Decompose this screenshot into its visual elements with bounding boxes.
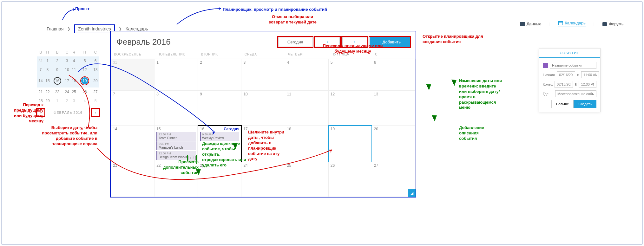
day-cell[interactable]: 25: [285, 162, 328, 197]
day-cell[interactable]: 8: [154, 91, 198, 126]
ann-mininav: Переход к предыдущему или будущему месяц…: [5, 102, 43, 124]
day-cell[interactable]: 21: [111, 162, 154, 197]
mini-today[interactable]: 16: [51, 74, 63, 87]
day-cell[interactable]: 15 12:30 PMTeam Dinner 6:30 PMManager's …: [154, 126, 198, 162]
event-panel: СОБЫТИЕ Начало в Конец в Где: [539, 48, 601, 112]
tab-forums[interactable]: Форумы: [602, 22, 624, 26]
ann-project: Проект: [75, 6, 89, 12]
day-cell-selected[interactable]: 19: [328, 126, 372, 162]
ann-viewmore: Просмотр дополнительных событий: [154, 159, 199, 176]
day-cell[interactable]: 4: [285, 59, 328, 91]
day-cell[interactable]: 18: [285, 126, 328, 162]
create-button[interactable]: Создать: [574, 100, 596, 108]
location-input[interactable]: [555, 90, 596, 97]
ann-adddesc: Добавление описания события: [459, 125, 497, 141]
day-cell[interactable]: 14: [111, 126, 154, 162]
ann-dblclick: Дважды щелкните событие, чтобы открыть, …: [202, 141, 248, 168]
event-item[interactable]: 6:30 PMManager's Lunch: [156, 141, 196, 150]
day-cell[interactable]: 31: [111, 59, 154, 91]
panel-tab-event[interactable]: СОБЫТИЕ: [539, 49, 600, 58]
day-cell[interactable]: 2: [198, 59, 241, 91]
calendar-title: Февраль 2016: [116, 37, 171, 47]
ann-pickdate: Выберите дату, чтобы просмотреть событие…: [36, 125, 97, 147]
day-cell[interactable]: 13: [372, 91, 415, 126]
start-time-input[interactable]: [581, 71, 599, 78]
day-cell[interactable]: 12: [328, 91, 372, 126]
day-cell[interactable]: 9: [198, 91, 241, 126]
mini-month-label: ФЕВРАЛЬ 2016: [54, 111, 82, 114]
day-cell[interactable]: 20: [372, 126, 415, 162]
ann-scheduler: Планировщик: просмотр и планирование соб…: [223, 7, 327, 12]
ann-changedt: Изменение даты или времени: введите или …: [459, 78, 503, 110]
day-cell[interactable]: 6: [372, 59, 415, 91]
data-icon: [520, 22, 525, 26]
day-cell[interactable]: 7: [111, 91, 154, 126]
day-cell[interactable]: 5: [328, 59, 372, 91]
event-name-input[interactable]: [550, 62, 596, 69]
today-button[interactable]: Сегодня: [278, 37, 312, 47]
event-item[interactable]: 9:30 AMWeekly Review: [200, 132, 239, 141]
tab-data[interactable]: Данные: [520, 22, 542, 26]
end-date-input[interactable]: [555, 81, 573, 88]
forums-icon: [602, 22, 607, 26]
end-time-input[interactable]: [579, 81, 596, 88]
event-item[interactable]: 12:30 PMTeam Dinner: [156, 132, 196, 141]
chevron-right-icon: ❯: [119, 27, 122, 31]
mini-selected[interactable]: 19: [77, 74, 92, 87]
start-label: Начало: [543, 73, 555, 77]
ann-clickdate: Щелкните внутри даты, чтобы добавить в п…: [248, 130, 289, 162]
ann-today: Отмена выбора или возврат к текущей дате: [264, 14, 321, 25]
more-button[interactable]: Больше: [551, 100, 574, 108]
color-swatch[interactable]: [543, 63, 548, 68]
tab-calendar[interactable]: Календарь: [558, 21, 586, 27]
ann-opensched: Открытие планировщика для создания событ…: [423, 34, 489, 45]
chevron-right-icon: ❯: [67, 27, 70, 31]
calendar-icon: [558, 21, 563, 25]
ann-navmonth: Переход к предыдущему или будущему месяц…: [316, 43, 389, 54]
day-cell[interactable]: 10: [241, 91, 285, 126]
day-cell[interactable]: 26: [328, 162, 372, 197]
crumb-project[interactable]: Zenith Industries: [74, 24, 115, 33]
view-tabs: Данные | Календарь | Форумы: [520, 21, 624, 27]
where-label: Где: [543, 92, 553, 96]
mini-next-month[interactable]: ›: [92, 109, 99, 116]
corner-flag-icon[interactable]: ◢: [408, 189, 416, 197]
start-date-input[interactable]: [557, 71, 575, 78]
day-cell[interactable]: 3: [241, 59, 285, 91]
day-cell[interactable]: 11: [285, 91, 328, 126]
crumb-home[interactable]: Главная: [47, 26, 63, 31]
day-cell[interactable]: 1: [154, 59, 198, 91]
end-label: Конец: [543, 82, 553, 86]
mini-calendar: ВПВСЧПС 31123456 78910111213 14151617181…: [37, 48, 99, 116]
